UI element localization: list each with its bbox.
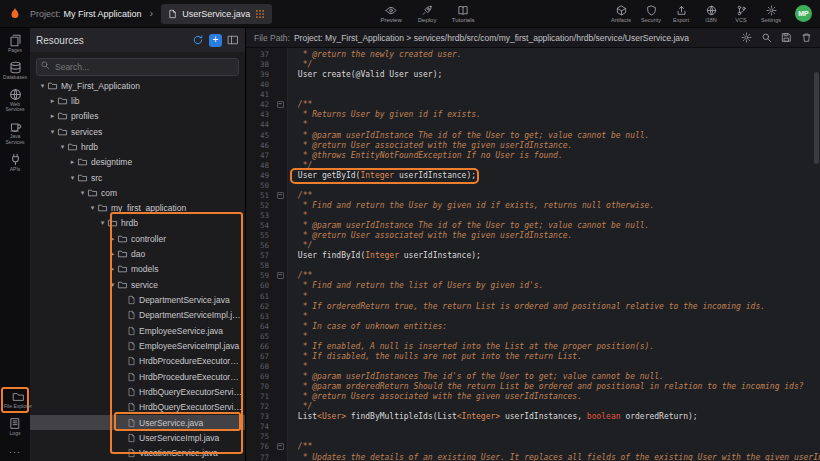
chevron-down-icon[interactable]: ▾ bbox=[98, 219, 107, 227]
tree-item-HrdbProcedureExecutorServiceImpl.java[interactable]: HrdbProcedureExecutorServiceImpl.java bbox=[30, 369, 245, 384]
code-line: 52 * Find and return the User by given i… bbox=[246, 201, 820, 211]
security-button[interactable]: Security bbox=[636, 5, 666, 23]
tree-item-hrdb[interactable]: ▾hrdb bbox=[30, 216, 245, 231]
tree-item-my_first_application[interactable]: ▾my_first_application bbox=[30, 201, 245, 216]
line-number: 52 bbox=[246, 201, 273, 211]
editor-search-button[interactable] bbox=[761, 32, 772, 43]
sidebar-item-databases[interactable]: Databases bbox=[0, 61, 30, 81]
artifacts-button[interactable]: Artifacts bbox=[606, 5, 636, 23]
chevron-right-icon[interactable]: ▸ bbox=[48, 112, 57, 120]
tree-item-label: DepartmentService.java bbox=[139, 295, 245, 305]
sidebar-label: Pages bbox=[8, 48, 22, 54]
tree-item-src[interactable]: ▾src bbox=[30, 170, 245, 185]
fold-icon[interactable]: − bbox=[277, 272, 284, 279]
file-icon bbox=[127, 448, 136, 458]
tree-item-com[interactable]: ▾com bbox=[30, 185, 245, 200]
editor-settings-button[interactable] bbox=[741, 32, 752, 43]
chevron-right-icon[interactable]: ▸ bbox=[108, 235, 117, 243]
tree-item-HrdbQueryExecutorService.java[interactable]: HrdbQueryExecutorService.java bbox=[30, 384, 245, 399]
tree-item-UserServiceImpl.java[interactable]: UserServiceImpl.java bbox=[30, 430, 245, 445]
i18n-button[interactable]: I18N bbox=[696, 5, 726, 23]
code-line: 67 * If disabled, the nulls are not put … bbox=[246, 352, 820, 362]
tree-item-controller[interactable]: ▸controller bbox=[30, 231, 245, 246]
code-area[interactable]: 37 * @return the newly created user.38 *… bbox=[246, 48, 820, 461]
tutorials-button[interactable]: Tutorials bbox=[445, 5, 481, 23]
preview-button[interactable]: Preview bbox=[373, 5, 409, 23]
sidebar-item-web-services[interactable]: Web Services bbox=[0, 88, 30, 114]
code-line: 66 * If enabled, A null is inserted into… bbox=[246, 342, 820, 352]
chevron-right-icon[interactable]: ▸ bbox=[48, 97, 57, 105]
tree-item-label: src bbox=[91, 173, 245, 183]
code-line: 58 bbox=[246, 261, 820, 271]
fold-icon[interactable]: − bbox=[277, 101, 284, 108]
deploy-button[interactable]: Deploy bbox=[409, 5, 445, 23]
chevron-right-icon[interactable]: ▸ bbox=[108, 250, 117, 258]
tree-item-DepartmentServiceImpl.java[interactable]: DepartmentServiceImpl.java bbox=[30, 308, 245, 323]
chevron-down-icon[interactable]: ▾ bbox=[58, 143, 67, 151]
more-icon[interactable]: ··· bbox=[9, 447, 21, 457]
chevron-right-icon[interactable]: ▸ bbox=[108, 265, 117, 273]
sidebar-item-logs[interactable]: Logs bbox=[0, 417, 30, 437]
tree-item-EmployeeServiceImpl.java[interactable]: EmployeeServiceImpl.java bbox=[30, 338, 245, 353]
tree-item-EmployeeService.java[interactable]: EmployeeService.java bbox=[30, 323, 245, 338]
eye-icon bbox=[385, 5, 397, 16]
app-logo-flame-icon[interactable] bbox=[8, 7, 22, 21]
tree-item-lib[interactable]: ▸lib bbox=[30, 93, 245, 108]
file-path-label: File Path: bbox=[254, 33, 290, 43]
delete-button[interactable] bbox=[801, 32, 812, 43]
tree-item-models[interactable]: ▸models bbox=[30, 262, 245, 277]
user-avatar[interactable]: MP bbox=[795, 5, 812, 22]
export-button[interactable]: Export bbox=[666, 5, 696, 23]
code-text: * @return the newly created user. bbox=[293, 50, 462, 60]
tree-item-hrdb[interactable]: ▾hrdb bbox=[30, 139, 245, 154]
tree-item-HrdbProcedureExecutorService.java[interactable]: HrdbProcedureExecutorService.java bbox=[30, 354, 245, 369]
fold-icon[interactable]: − bbox=[277, 443, 284, 450]
tree-item-designtime[interactable]: ▸designtime bbox=[30, 155, 245, 170]
tree-item-VacationService.java[interactable]: VacationService.java bbox=[30, 446, 245, 461]
chevron-down-icon[interactable]: ▾ bbox=[78, 189, 87, 197]
vertical-scrollbar[interactable] bbox=[814, 72, 819, 164]
grid-icon[interactable] bbox=[255, 9, 265, 19]
sidebar-item-java-services[interactable]: Java Services bbox=[0, 120, 30, 146]
code-text: * bbox=[293, 362, 307, 372]
line-number: 74 bbox=[246, 422, 273, 432]
line-number: 57 bbox=[246, 251, 273, 261]
tree-item-DepartmentService.java[interactable]: DepartmentService.java bbox=[30, 292, 245, 307]
tree-item-My_First_Application[interactable]: ▾My_First_Application bbox=[30, 78, 245, 93]
tree-item-dao[interactable]: ▸dao bbox=[30, 246, 245, 261]
tab-userservice-java[interactable]: UserService.java bbox=[161, 4, 272, 24]
refresh-icon[interactable] bbox=[192, 34, 204, 46]
tree-item-services[interactable]: ▾services bbox=[30, 124, 245, 139]
tree-item-HrdbQueryExecutorServiceImpl.java[interactable]: HrdbQueryExecutorServiceImpl.java bbox=[30, 400, 245, 415]
export-label: Export bbox=[673, 17, 689, 23]
tree-item-profiles[interactable]: ▸profiles bbox=[30, 109, 245, 124]
settings-button[interactable]: Settings bbox=[756, 5, 786, 23]
project-name[interactable]: My First Application bbox=[64, 9, 142, 19]
chevron-down-icon[interactable]: ▾ bbox=[38, 82, 47, 90]
chevron-down-icon[interactable]: ▾ bbox=[108, 281, 117, 289]
fold-icon[interactable]: − bbox=[277, 192, 284, 199]
chevron-right-icon[interactable]: ▸ bbox=[68, 158, 77, 166]
line-number: 73 bbox=[246, 412, 273, 422]
tree-item-UserService.java[interactable]: UserService.java bbox=[30, 415, 245, 430]
collapse-panel-icon[interactable] bbox=[227, 34, 239, 46]
tree-item-service[interactable]: ▾service bbox=[30, 277, 245, 292]
project-label: Project: bbox=[30, 9, 61, 19]
chevron-down-icon[interactable]: ▾ bbox=[68, 174, 77, 182]
resource-tree: ▾My_First_Application▸lib▸profiles▾servi… bbox=[30, 78, 245, 461]
folder-icon bbox=[67, 142, 78, 152]
tree-item-label: designtime bbox=[91, 157, 245, 167]
chevron-down-icon[interactable]: ▾ bbox=[88, 204, 97, 212]
sidebar-item-pages[interactable]: Pages bbox=[0, 34, 30, 54]
line-number: 62 bbox=[246, 302, 273, 312]
chevron-down-icon[interactable]: ▾ bbox=[48, 128, 57, 136]
database-icon bbox=[9, 61, 22, 74]
highlighted-code-line: User getById(Integer userIdInstance); bbox=[293, 171, 476, 181]
sidebar-item-file-explorer[interactable]: File Explorer bbox=[3, 391, 33, 410]
add-resource-button[interactable]: + bbox=[209, 34, 222, 47]
vcs-button[interactable]: VCS bbox=[726, 5, 756, 23]
code-line: 49 User getById(Integer userIdInstance); bbox=[246, 171, 820, 181]
save-button[interactable] bbox=[781, 32, 792, 43]
search-input[interactable] bbox=[36, 58, 239, 76]
sidebar-item-apis[interactable]: APIs bbox=[0, 153, 30, 173]
